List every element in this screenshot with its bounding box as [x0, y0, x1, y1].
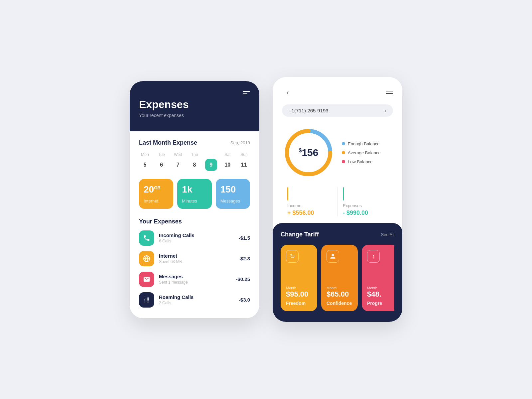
- phone-left-header: Expenses Your recent expenses: [130, 81, 259, 131]
- expense-date: Sep, 2019: [230, 140, 250, 145]
- roaming-desc: 2 Calls: [159, 301, 234, 305]
- phone-right: ‹ +1(711) 265-9193 ›: [273, 77, 402, 322]
- calls-info: Incoming Calls 6 Calls: [159, 232, 234, 243]
- messages-value: 150: [220, 184, 236, 195]
- legend-label-enough: Enough Balance: [348, 141, 379, 146]
- expense-item-messages[interactable]: Messages Sent 1 message -$0.25: [139, 272, 250, 287]
- tariff-name-progress: Progre: [367, 301, 393, 306]
- expense-item-internet[interactable]: Internet Spent 63 MB -$2.3: [139, 251, 250, 266]
- cal-day-name-tue: Tue: [158, 152, 165, 157]
- chart-area: $156 Enough Balance Average Balance Low …: [273, 126, 402, 187]
- internet-icon: [139, 251, 154, 266]
- hamburger-menu-icon-left[interactable]: [243, 91, 250, 94]
- legend-dot-average: [342, 151, 345, 154]
- donut-amount: $156: [299, 147, 319, 158]
- cal-day-thu[interactable]: Thu 8: [189, 152, 200, 171]
- calendar: Mon 5 Tue 6 Wed 7 Thu 8 Fri 9: [139, 152, 250, 171]
- cal-day-num-sun: 11: [238, 159, 250, 171]
- cal-day-tue[interactable]: Tue 6: [156, 152, 168, 171]
- cal-day-num-tue: 6: [156, 159, 168, 171]
- last-month-label: Last Month Expense: [139, 139, 197, 146]
- donut-chart: $156: [282, 126, 335, 179]
- donut-center: $156: [299, 147, 319, 158]
- stat-internet[interactable]: 20GB Internet: [139, 179, 173, 209]
- cal-day-name-fri: Fri: [209, 152, 213, 157]
- cal-day-fri[interactable]: Fri 9: [205, 152, 217, 171]
- internet-name: Internet: [159, 253, 234, 259]
- tariff-price-progress: $48.: [367, 290, 393, 299]
- tariff-card-progress[interactable]: ↑ Month $48. Progre: [362, 245, 394, 311]
- phone-left: Expenses Your recent expenses Last Month…: [130, 81, 259, 318]
- messages-label: Messages: [220, 199, 240, 203]
- cal-day-num-wed: 7: [172, 159, 184, 171]
- hamburger-menu-icon-right[interactable]: [386, 91, 393, 94]
- cal-day-num-sat: 10: [221, 159, 233, 171]
- legend-label-low: Low Balance: [348, 159, 372, 164]
- expense-list: Incoming Calls 6 Calls -$1.5 Internet: [139, 230, 250, 308]
- tariff-month-freedom: Month: [286, 286, 312, 290]
- income-value: + $556.00: [287, 209, 332, 216]
- minutes-label: Minutes: [182, 199, 197, 203]
- internet-label: Internet: [144, 199, 158, 203]
- cal-day-name-sat: Sat: [224, 152, 230, 157]
- tariff-icon-freedom: ↻: [286, 250, 299, 263]
- stat-minutes[interactable]: 1k Minutes: [177, 179, 211, 209]
- legend-enough: Enough Balance: [342, 141, 381, 146]
- legend-average: Average Balance: [342, 150, 381, 155]
- internet-value: 20GB: [144, 184, 161, 195]
- cal-day-sat[interactable]: Sat 10: [221, 152, 233, 171]
- stats-boxes: 20GB Internet 1k Minutes 150 Messages: [139, 179, 250, 209]
- messages-info: Messages Sent 1 message: [159, 274, 231, 285]
- tariff-month-confidence: Month: [327, 286, 352, 290]
- change-tariff-title: Change Tariff: [281, 231, 319, 238]
- roaming-icon: [139, 292, 154, 308]
- minutes-value: 1k: [182, 184, 192, 195]
- legend-label-average: Average Balance: [348, 150, 381, 155]
- page-title: Expenses: [139, 98, 250, 111]
- chevron-right-icon: ›: [385, 108, 386, 113]
- cal-day-name-thu: Thu: [191, 152, 198, 157]
- messages-name: Messages: [159, 274, 231, 279]
- tariff-name-confidence: Confidence: [327, 301, 352, 306]
- phone-number-pill[interactable]: +1(711) 265-9193 ›: [282, 104, 393, 117]
- cal-day-sun[interactable]: Sun 11: [238, 152, 250, 171]
- cal-day-mon[interactable]: Mon 5: [139, 152, 151, 171]
- cal-day-num-thu: 8: [189, 159, 200, 171]
- roaming-info: Roaming Calls 2 Calls: [159, 294, 234, 305]
- tariff-name-freedom: Freedom: [286, 301, 312, 306]
- phone-left-body: Last Month Expense Sep, 2019 Mon 5 Tue 6…: [130, 131, 259, 318]
- legend: Enough Balance Average Balance Low Balan…: [342, 141, 381, 164]
- calls-amount: -$1.5: [239, 235, 250, 241]
- messages-icon: [139, 272, 154, 287]
- stat-messages[interactable]: 150 Messages: [216, 179, 250, 209]
- internet-info: Internet Spent 63 MB: [159, 253, 234, 264]
- internet-amount: -$2.3: [239, 256, 250, 261]
- income-expense-section: Income + $556.00 Expenses - $990.00: [273, 187, 402, 223]
- calls-name: Incoming Calls: [159, 232, 234, 238]
- dark-section: Change Tariff See All ↻ Month $95.00 Fre…: [273, 223, 402, 322]
- tariff-cards: ↻ Month $95.00 Freedom Month $65.00 Conf…: [281, 245, 394, 311]
- roaming-amount: -$3.0: [239, 297, 250, 303]
- legend-dot-enough: [342, 142, 345, 145]
- income-bar: [287, 187, 288, 200]
- cal-day-wed[interactable]: Wed 7: [172, 152, 184, 171]
- cal-day-name-wed: Wed: [174, 152, 182, 157]
- right-nav: ‹: [282, 86, 393, 98]
- income-item: Income + $556.00: [282, 187, 337, 216]
- messages-amount: -$0.25: [236, 276, 250, 282]
- dark-section-header: Change Tariff See All: [281, 231, 394, 238]
- tariff-card-confidence[interactable]: Month $65.00 Confidence: [321, 245, 358, 311]
- back-button[interactable]: ‹: [282, 86, 293, 98]
- your-expenses-title: Your Expenses: [139, 218, 250, 225]
- expense-item-roaming[interactable]: Roaming Calls 2 Calls -$3.0: [139, 292, 250, 308]
- expense-header: Last Month Expense Sep, 2019: [139, 139, 250, 146]
- cal-day-name-sun: Sun: [240, 152, 247, 157]
- internet-desc: Spent 63 MB: [159, 259, 234, 264]
- expense-item-calls[interactable]: Incoming Calls 6 Calls -$1.5: [139, 230, 250, 246]
- messages-desc: Sent 1 message: [159, 280, 231, 285]
- calls-desc: 6 Calls: [159, 239, 234, 243]
- tariff-icon-progress: ↑: [367, 250, 380, 263]
- phone-number-text: +1(711) 265-9193: [289, 108, 329, 113]
- tariff-card-freedom[interactable]: ↻ Month $95.00 Freedom: [281, 245, 317, 311]
- see-all-button[interactable]: See All: [381, 232, 394, 237]
